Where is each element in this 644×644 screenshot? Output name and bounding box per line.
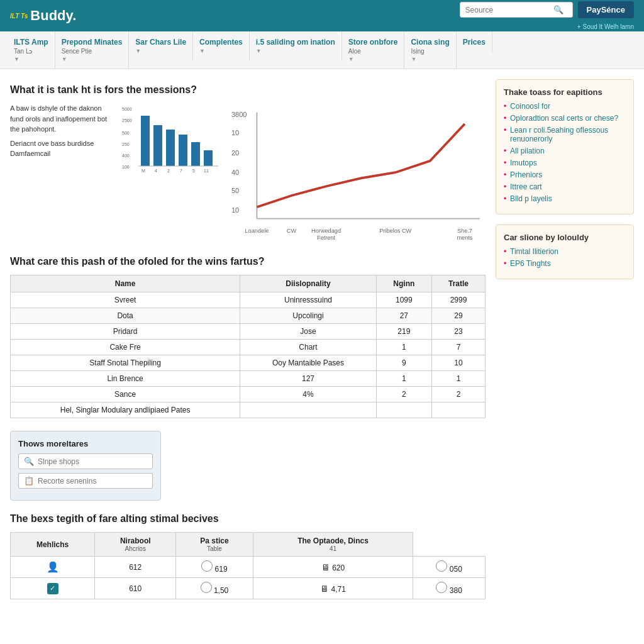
- svg-text:20: 20: [231, 149, 239, 157]
- sidebar-link-1-6[interactable]: Ittree cart: [504, 182, 626, 191]
- header-hint: + Soud It Welh lamn: [577, 23, 634, 30]
- pay-button[interactable]: PaySénce: [578, 1, 634, 18]
- monitor-icon: 🖥: [320, 584, 329, 594]
- navbar-item-2[interactable]: Sar Chars Lile▼: [129, 31, 193, 60]
- sidebar-link-1-0[interactable]: Coinoosl for: [504, 102, 626, 111]
- content-left: What it is tank ht is fors the messions?…: [10, 79, 486, 599]
- table-cell-2-1: Jose: [240, 324, 377, 340]
- svg-text:3800: 3800: [231, 111, 247, 118]
- table-row: PridardJose21923: [11, 324, 486, 340]
- sidebar-link-1-7[interactable]: Blld p layelis: [504, 194, 626, 203]
- circle-icon: [436, 582, 447, 593]
- filter-input-2[interactable]: [38, 477, 147, 486]
- filter-row-2: 📋: [18, 473, 153, 489]
- navbar-item-0[interactable]: ILTS AmpTan Lɔ▼: [8, 31, 55, 69]
- svg-rect-8: [166, 130, 175, 166]
- main-table: Name Diislopnality Nginn Tratle SvreetUn…: [10, 275, 486, 418]
- sidebar: Thake toass for eapitions Coinoosl forOp…: [496, 79, 634, 599]
- table-cell-3-3: 7: [431, 340, 485, 355]
- table-cell-7-3: [431, 402, 485, 418]
- sidebar-link-1-5[interactable]: Prheniors: [504, 170, 626, 179]
- bottom-table-row: 👤612 619🖥 620 050: [11, 557, 486, 578]
- section2-title: What care this pash of the ofoled for th…: [10, 256, 486, 267]
- svg-text:500: 500: [122, 131, 130, 135]
- circle-icon: [436, 560, 447, 572]
- svg-text:250: 250: [122, 142, 130, 147]
- table-cell-4-0: Staff Snotal Thepiling: [11, 355, 240, 371]
- sidebar-link-2-1[interactable]: EP6 Tinghts: [504, 259, 626, 268]
- svg-text:Fetrent: Fetrent: [317, 235, 336, 241]
- svg-rect-10: [191, 142, 200, 166]
- table-row: Sance4%22: [11, 387, 486, 402]
- table-cell-4-3: 10: [431, 355, 485, 371]
- bottom-cell-0-1: 619: [176, 557, 253, 578]
- table-row: Lin Brence12711: [11, 371, 486, 387]
- navbar-item-1[interactable]: Prepond MinatesSence Ptie▼: [55, 31, 130, 69]
- table-cell-0-3: 2999: [431, 292, 485, 308]
- navbar-item-4[interactable]: i.5 saliding om ination▼: [250, 31, 342, 60]
- table-row: DotaUpcolingi2729: [11, 308, 486, 324]
- svg-text:2500: 2500: [122, 118, 132, 123]
- navbar: ILTS AmpTan Lɔ▼Prepond MinatesSence Ptie…: [0, 31, 644, 69]
- bottom-col-header-0: Mehlichs: [11, 533, 95, 557]
- svg-rect-6: [141, 116, 150, 166]
- sidebar-link-2-0[interactable]: Timtal Ilitierion: [504, 247, 626, 256]
- svg-text:10: 10: [231, 129, 239, 136]
- svg-text:10: 10: [231, 206, 239, 214]
- svg-text:M: M: [142, 169, 145, 173]
- main-content: What it is tank ht is fors the messions?…: [0, 69, 644, 609]
- filter-icon-2: 📋: [24, 476, 34, 486]
- sidebar-box-2-title: Car slione by lolouldy: [504, 233, 626, 242]
- logo-badge: ILT Ts: [10, 13, 28, 19]
- table-section: What care this pash of the ofoled for th…: [10, 256, 486, 418]
- line-chart: 3800 10 20 40 50 10 Loandele CW Horwedag…: [231, 103, 486, 243]
- filter-input-1[interactable]: [38, 457, 147, 466]
- table-cell-2-0: Pridard: [11, 324, 240, 340]
- bottom-cell-0-0: 612: [95, 557, 176, 578]
- table-cell-5-3: 1: [431, 371, 485, 387]
- table-row: SvreetUninresssuind10992999: [11, 292, 486, 308]
- bottom-col-header-1: NiraboolAhcrios: [95, 533, 176, 557]
- bottom-section: The bexs tegith of fare alting stimal be…: [10, 513, 486, 599]
- filter-row-1: 🔍: [18, 453, 153, 469]
- sidebar-box-1: Thake toass for eapitions Coinoosl forOp…: [496, 79, 634, 214]
- table-cell-1-2: 27: [376, 308, 431, 324]
- svg-text:11: 11: [204, 169, 209, 173]
- navbar-item-3[interactable]: Complentes▼: [193, 31, 250, 60]
- bottom-icon-0: 👤: [11, 557, 95, 578]
- table-row: Staff Snotal ThepilingOoy Mantaible Pase…: [11, 355, 486, 371]
- table-cell-1-1: Upcolingi: [240, 308, 377, 324]
- sidebar-link-1-3[interactable]: All pilation: [504, 147, 626, 155]
- svg-text:Pribelos CW: Pribelos CW: [379, 228, 411, 234]
- col-header-name: Name: [11, 275, 240, 292]
- svg-text:4: 4: [155, 169, 157, 173]
- table-cell-6-0: Sance: [11, 387, 240, 402]
- search-button[interactable]: 🔍: [553, 5, 564, 14]
- navbar-item-6[interactable]: Ciona singIsing▼: [404, 31, 456, 69]
- section1-title: What it is tank ht is fors the messions?: [10, 84, 486, 96]
- line-chart-svg: 3800 10 20 40 50 10 Loandele CW Horwedag…: [231, 103, 486, 242]
- svg-text:Loandele: Loandele: [245, 228, 269, 234]
- bar-chart-svg: 5000 2500 500 250 400 100 M 4: [121, 103, 221, 179]
- navbar-item-5[interactable]: Store onbforeAloe▼: [342, 31, 405, 69]
- svg-rect-11: [204, 150, 213, 166]
- svg-text:2: 2: [167, 169, 170, 173]
- table-cell-1-3: 29: [431, 308, 485, 324]
- bar-chart: 5000 2500 500 250 400 100 M 4: [121, 103, 221, 180]
- bottom-cell-0-3: 050: [413, 557, 486, 578]
- bottom-col-header-2: Pa sticeTable: [176, 533, 253, 557]
- search-input[interactable]: [465, 6, 553, 14]
- svg-text:CW: CW: [287, 228, 297, 234]
- navbar-item-7[interactable]: Prices: [457, 31, 492, 53]
- sidebar-link-1-1[interactable]: Oploradtion scal certs or chese?: [504, 114, 626, 123]
- table-cell-0-0: Svreet: [11, 292, 240, 308]
- header-right: 🔍 PaySénce + Soud It Welh lamn: [460, 1, 634, 30]
- sidebar-link-1-4[interactable]: Imutops: [504, 158, 626, 167]
- table-cell-5-0: Lin Brence: [11, 371, 240, 387]
- svg-text:50: 50: [231, 187, 239, 194]
- person-icon: 👤: [47, 561, 59, 573]
- logo: ILT Ts Buddy.: [10, 8, 76, 24]
- search-bar: 🔍: [460, 2, 573, 18]
- bottom-col-header-3: The Optaode, Dincs41: [253, 533, 413, 557]
- sidebar-link-1-2[interactable]: Lean r coli.5eahing ofIessous renuoneror…: [504, 126, 626, 143]
